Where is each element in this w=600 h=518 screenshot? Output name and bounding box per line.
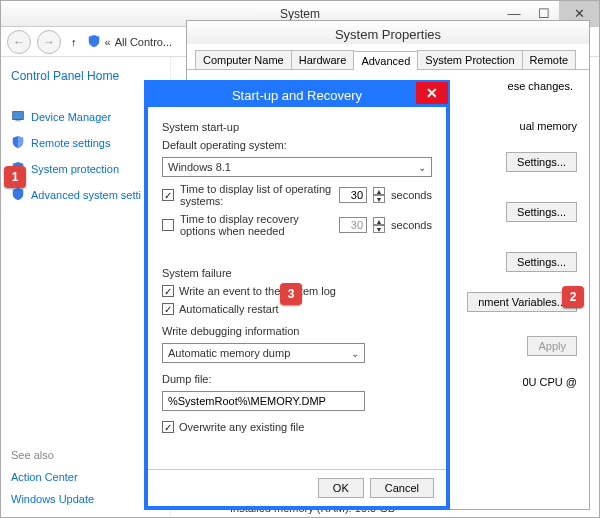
sidebar-item-advanced-settings[interactable]: Advanced system setti [11,187,160,203]
auto-restart-label: Automatically restart [179,303,279,315]
sidebar-item-label: System protection [31,163,119,175]
close-icon[interactable]: ✕ [416,82,448,104]
system-title: System [280,7,320,21]
chevron-down-icon: ⌄ [418,162,426,173]
overwrite-label: Overwrite any existing file [179,421,304,433]
settings-button-user-profiles[interactable]: Settings... [506,202,577,222]
svg-rect-1 [15,120,20,121]
time-list-label: Time to display list of operating system… [180,183,333,207]
sidebar-item-label: Remote settings [31,137,110,149]
control-panel-home-link[interactable]: Control Panel Home [11,69,160,83]
time-display-list-checkbox[interactable]: ✓ [162,189,174,201]
shield-icon [11,135,25,151]
debug-info-dropdown[interactable]: Automatic memory dump ⌄ [162,343,365,363]
settings-button-startup-recovery[interactable]: Settings... [506,252,577,272]
time-list-field[interactable] [339,187,367,203]
write-debug-label: Write debugging information [162,325,432,337]
tab-computer-name[interactable]: Computer Name [195,50,292,69]
time-recovery-field [339,217,367,233]
dumpfile-field[interactable] [162,391,365,411]
dumpfile-label: Dump file: [162,373,432,385]
breadcrumb[interactable]: « All Contro... [87,34,173,50]
shield-icon [87,34,101,50]
see-also-windows-update[interactable]: Windows Update [11,493,160,505]
startup-title-text: Start-up and Recovery [232,88,362,103]
marker-3: 3 [280,283,302,305]
device-icon [11,109,25,125]
time-recovery-spinner: ▲▼ [373,217,385,233]
sysprops-tabs: Computer Name Hardware Advanced System P… [187,44,589,70]
marker-2: 2 [562,286,584,308]
overwrite-checkbox[interactable]: ✓Overwrite any existing file [162,421,432,433]
cancel-button[interactable]: Cancel [370,478,434,498]
default-os-dropdown[interactable]: Windows 8.1 ⌄ [162,157,432,177]
marker-1: 1 [4,166,26,188]
apply-button[interactable]: Apply [527,336,577,356]
see-also-action-center[interactable]: Action Center [11,471,160,483]
up-button[interactable]: ↑ [67,36,81,48]
seconds-label: seconds [391,219,432,231]
write-event-label: Write an event to the system log [179,285,336,297]
time-list-spinner[interactable]: ▲▼ [373,187,385,203]
tab-advanced[interactable]: Advanced [353,51,418,70]
settings-button-performance[interactable]: Settings... [506,152,577,172]
svg-rect-0 [13,112,24,120]
system-failure-label: System failure [162,267,432,279]
tab-hardware[interactable]: Hardware [291,50,355,69]
system-properties-title: System Properties [187,21,589,44]
sidebar-item-system-protection[interactable]: System protection [11,161,160,177]
tab-remote[interactable]: Remote [522,50,577,69]
breadcrumb-text: All Contro... [115,36,172,48]
tab-system-protection[interactable]: System Protection [417,50,522,69]
chevron-down-icon: ⌄ [351,348,359,359]
sidebar-item-label: Advanced system setti [31,189,141,201]
startup-title: Start-up and Recovery ✕ [148,84,446,107]
back-button[interactable]: ← [7,30,31,54]
see-also-label: See also [11,449,160,461]
default-os-label: Default operating system: [162,139,432,151]
time-recovery-label: Time to display recovery options when ne… [180,213,333,237]
sidebar-item-label: Device Manager [31,111,111,123]
sidebar-item-device-manager[interactable]: Device Manager [11,109,160,125]
default-os-value: Windows 8.1 [168,161,231,173]
sidebar-item-remote-settings[interactable]: Remote settings [11,135,160,151]
seconds-label: seconds [391,189,432,201]
debug-info-value: Automatic memory dump [168,347,290,359]
environment-variables-button[interactable]: nment Variables... [467,292,577,312]
forward-button[interactable]: → [37,30,61,54]
breadcrumb-prefix: « [105,36,111,48]
shield-icon [11,187,25,203]
system-startup-label: System start-up [162,121,432,133]
ok-button[interactable]: OK [318,478,364,498]
time-recovery-checkbox[interactable] [162,219,174,231]
